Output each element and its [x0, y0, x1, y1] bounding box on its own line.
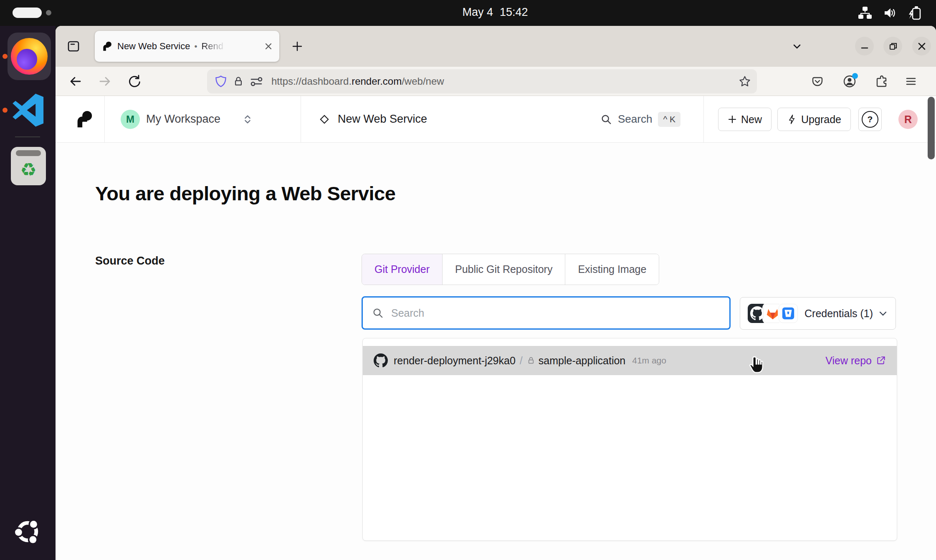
url-domain: render.com: [352, 76, 402, 87]
dock-item-firefox[interactable]: [8, 33, 51, 80]
global-search-label: Search: [618, 113, 652, 126]
clock-time: 15:42: [500, 6, 528, 19]
external-link-icon: [876, 356, 886, 366]
back-icon[interactable]: [66, 72, 85, 91]
dock-item-vscode[interactable]: [9, 91, 48, 129]
render-favicon: [101, 41, 112, 52]
repo-row[interactable]: render-deployment-j29ka0 / sample-applic…: [363, 346, 897, 375]
account-icon[interactable]: [840, 72, 859, 91]
activities-pill[interactable]: [13, 8, 42, 18]
header-divider: [301, 96, 301, 142]
workspace-avatar[interactable]: M: [121, 110, 140, 129]
permissions-icon[interactable]: [250, 75, 263, 88]
repo-search-box: [362, 296, 731, 330]
credentials-dropdown[interactable]: Credentials (1): [740, 297, 896, 330]
chevron-down-icon: [878, 308, 888, 318]
system-clock[interactable]: May 4 15:42: [412, 6, 579, 19]
source-tabs: Git Provider Public Git Repository Exist…: [362, 254, 659, 285]
new-button-label: New: [741, 114, 762, 126]
search-shortcut-badge: ^ K: [658, 112, 680, 127]
header-divider: [104, 96, 105, 142]
tab-title: New Web Service: [117, 41, 190, 52]
user-avatar[interactable]: R: [898, 110, 918, 129]
lock-icon[interactable]: [233, 76, 244, 87]
tab-title-separator: •: [194, 42, 197, 51]
search-icon: [372, 307, 384, 319]
vscode-icon: [10, 92, 46, 128]
global-search[interactable]: Search ^ K: [600, 96, 680, 142]
bookmark-star-icon[interactable]: [739, 75, 751, 88]
workspace-switcher-chevrons-icon[interactable]: [242, 114, 253, 125]
repo-name: sample-application: [539, 355, 625, 367]
tab-existing-image[interactable]: Existing Image: [565, 254, 659, 285]
credentials-label: Credentials (1): [804, 308, 873, 320]
network-icon: [858, 5, 873, 20]
page-title: New Web Service: [338, 96, 427, 142]
dock-item-trash[interactable]: ♻: [11, 147, 46, 185]
tracking-shield-icon[interactable]: [215, 75, 227, 88]
main-content: You are deploying a Web Service Source C…: [56, 143, 936, 560]
dock: ♻: [0, 26, 56, 560]
account-notification-dot: [852, 73, 858, 79]
extensions-icon[interactable]: [873, 72, 891, 91]
header-divider: [703, 96, 704, 142]
view-repo-link[interactable]: View repo: [825, 355, 886, 367]
upgrade-button-label: Upgrade: [801, 114, 841, 126]
recycle-icon: ♻: [20, 161, 36, 179]
reload-icon[interactable]: [125, 72, 143, 91]
url-path: /web/new: [402, 76, 444, 87]
github-icon: [374, 353, 388, 368]
restore-window-icon[interactable]: [883, 37, 902, 55]
page-heading: You are deploying a Web Service: [95, 182, 395, 205]
url-prefix: https://dashboard.: [271, 76, 352, 87]
help-button[interactable]: ?: [858, 108, 882, 131]
tab-title-suffix: Rend: [201, 41, 228, 52]
service-diamond-icon: [319, 114, 330, 125]
repo-updated-time: 41m ago: [632, 356, 666, 366]
search-icon: [600, 114, 612, 125]
scrollbar-thumb[interactable]: [928, 97, 935, 159]
volume-icon: [883, 5, 898, 20]
firefox-view-icon[interactable]: [64, 37, 83, 56]
system-tray[interactable]: [858, 5, 923, 20]
repo-owner: render-deployment-j29ka0: [394, 355, 516, 367]
pocket-icon[interactable]: [808, 72, 827, 91]
lock-icon: [527, 356, 535, 365]
browser-window: New Web Service • Rend: [56, 26, 936, 560]
app-grid-icon[interactable]: [11, 515, 44, 548]
forward-icon[interactable]: [96, 72, 114, 91]
battery-icon: [908, 5, 923, 20]
url-text: https://dashboard.render.com/web/new: [271, 76, 444, 87]
mouse-cursor: [747, 355, 767, 375]
workspace-indicator-dot: [46, 10, 51, 15]
view-repo-label: View repo: [825, 355, 872, 367]
tab-close-icon[interactable]: [264, 42, 273, 50]
repo-list-panel: render-deployment-j29ka0 / sample-applic…: [362, 338, 897, 541]
upgrade-button[interactable]: Upgrade: [777, 108, 851, 131]
tab-public-git-repository[interactable]: Public Git Repository: [442, 254, 565, 285]
browser-tab[interactable]: New Web Service • Rend: [95, 31, 279, 62]
trash-lid: [16, 150, 41, 156]
list-tabs-chevron-icon[interactable]: [789, 38, 805, 55]
question-icon: ?: [862, 111, 878, 128]
system-top-bar: May 4 15:42: [0, 0, 936, 26]
url-bar[interactable]: https://dashboard.render.com/web/new: [207, 69, 757, 93]
navigation-bar: https://dashboard.render.com/web/new: [56, 67, 936, 96]
tab-git-provider[interactable]: Git Provider: [362, 254, 442, 285]
vscode-running-dot: [3, 108, 8, 113]
repo-search-input[interactable]: [390, 307, 720, 320]
workspace-name[interactable]: My Workspace: [146, 96, 220, 142]
new-tab-icon[interactable]: [288, 37, 306, 55]
app-header: M My Workspace New Web Service Search ^ …: [56, 96, 936, 143]
menu-icon[interactable]: [902, 72, 920, 91]
source-code-label: Source Code: [95, 255, 165, 267]
dock-divider: [15, 136, 40, 137]
close-window-icon[interactable]: [912, 37, 931, 55]
new-button[interactable]: New: [718, 108, 772, 131]
clock-date: May 4: [462, 6, 493, 19]
repo-separator: /: [520, 355, 523, 367]
render-logo-icon[interactable]: [74, 110, 94, 129]
bitbucket-icon: [779, 304, 798, 323]
minimize-icon[interactable]: [855, 37, 874, 55]
firefox-running-dot: [3, 54, 8, 59]
